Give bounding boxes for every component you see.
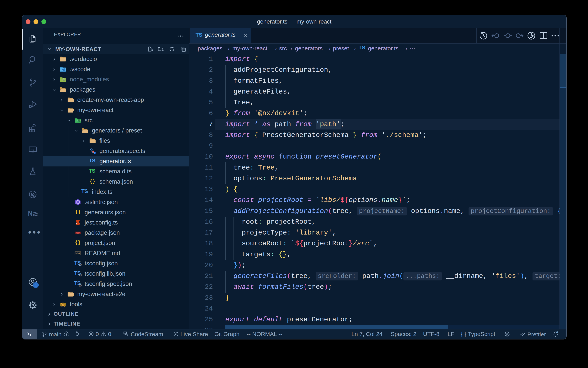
svg-text:JS: JS <box>63 79 65 81</box>
svg-text:TS: TS <box>94 152 96 154</box>
svg-text:npm: npm <box>76 232 80 234</box>
svg-text:</>: </> <box>77 120 81 122</box>
